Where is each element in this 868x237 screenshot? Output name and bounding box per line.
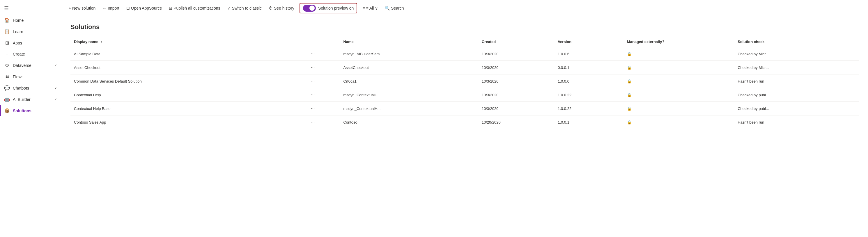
row-0-more-options-button[interactable]: ··· (309, 50, 316, 57)
row-5-solutioncheck: Hasn't been run (734, 115, 859, 129)
search-button[interactable]: 🔍 Search (382, 4, 407, 12)
row-1-more-options-button[interactable]: ··· (309, 64, 316, 71)
row-4-more-options-button[interactable]: ··· (309, 105, 316, 112)
home-icon: 🏠 (4, 18, 10, 23)
table-row[interactable]: Asset Checkout···AssetCheckout10/3/20200… (70, 61, 859, 74)
sidebar-item-learn[interactable]: 📋Learn (0, 26, 61, 37)
sidebar-item-apps[interactable]: ⊞Apps (0, 37, 61, 48)
column-header-created[interactable]: Created (478, 37, 554, 47)
dataverse-chevron-icon: ∨ (55, 63, 57, 67)
table-row[interactable]: Contextual Help Base···msdyn_ContextualH… (70, 102, 859, 115)
row-3-more-options-button[interactable]: ··· (309, 92, 316, 98)
column-header-managed[interactable]: Managed externally? (623, 37, 734, 47)
see-history-button[interactable]: ⏱ See history (266, 4, 297, 12)
filter-all-button[interactable]: ≡ ≡ All ∨ (360, 4, 381, 12)
new-solution-button[interactable]: + New solution (66, 4, 98, 12)
chatbots-chevron-icon: ∨ (55, 86, 57, 90)
row-0-version: 1.0.0.6 (554, 47, 623, 61)
row-2-solutioncheck: Hasn't been run (734, 74, 859, 88)
row-2-more-options-button[interactable]: ··· (309, 78, 316, 84)
open-appsource-button[interactable]: ⊡ Open AppSource (123, 4, 165, 12)
lock-icon: 🔒 (627, 93, 632, 97)
row-2-name: Crf0ca1 (340, 74, 478, 88)
column-header-name[interactable]: Name (340, 37, 478, 47)
page-title: Solutions (70, 23, 859, 31)
solution-preview-toggle[interactable] (303, 5, 316, 12)
sidebar-item-solutions[interactable]: 📦Solutions (0, 105, 61, 116)
row-1-name: AssetCheckout (340, 61, 478, 74)
row-0-solutioncheck: Checked by Micr... (734, 47, 859, 61)
sort-icon: ↑ (100, 40, 102, 44)
row-5-displayname: Contoso Sales App (70, 115, 306, 129)
sidebar-item-dataverse[interactable]: ⚙Dataverse∨ (0, 60, 61, 71)
row-2-managed: 🔒 (623, 74, 734, 88)
sidebar-item-create[interactable]: +Create (0, 48, 61, 60)
row-3-solutioncheck: Checked by publ... (734, 88, 859, 102)
sidebar-item-label-apps: Apps (13, 41, 22, 45)
row-5-more-options-button[interactable]: ··· (309, 119, 316, 125)
sidebar-item-ai-builder[interactable]: 🤖AI Builder∨ (0, 94, 61, 105)
solutions-table: Display name ↑ Name Created Version Mana… (70, 37, 859, 129)
row-4-managed: 🔒 (623, 102, 734, 115)
sidebar-item-chatbots[interactable]: 💬Chatbots∨ (0, 82, 61, 94)
lock-icon: 🔒 (627, 52, 632, 56)
row-3-name: msdyn_ContextualH... (340, 88, 478, 102)
table-row[interactable]: Contextual Help···msdyn_ContextualH...10… (70, 88, 859, 102)
row-3-created: 10/3/2020 (478, 88, 554, 102)
row-2-created: 10/3/2020 (478, 74, 554, 88)
hamburger-menu[interactable]: ☰ (0, 2, 61, 14)
column-header-displayname[interactable]: Display name ↑ (70, 37, 306, 47)
ai-builder-chevron-icon: ∨ (55, 97, 57, 101)
sidebar-item-flows[interactable]: ≋Flows (0, 71, 61, 82)
row-1-displayname: Asset Checkout (70, 61, 306, 74)
row-0-created: 10/3/2020 (478, 47, 554, 61)
row-3-displayname: Contextual Help (70, 88, 306, 102)
lock-icon: 🔒 (627, 120, 632, 125)
lock-icon: 🔒 (627, 65, 632, 70)
row-0-displayname: AI Sample Data (70, 47, 306, 61)
column-header-version[interactable]: Version (554, 37, 623, 47)
sidebar-item-label-dataverse: Dataverse (13, 63, 31, 68)
table-row[interactable]: AI Sample Data···msdyn_AIBuilderSam...10… (70, 47, 859, 61)
row-4-name: msdyn_ContextualH... (340, 102, 478, 115)
publish-all-button[interactable]: ⊟ Publish all customizations (166, 4, 223, 12)
row-4-displayname: Contextual Help Base (70, 102, 306, 115)
dataverse-icon: ⚙ (4, 63, 10, 68)
table-header-row: Display name ↑ Name Created Version Mana… (70, 37, 859, 47)
row-4-version: 1.0.0.22 (554, 102, 623, 115)
row-3-version: 1.0.0.22 (554, 88, 623, 102)
row-3-managed: 🔒 (623, 88, 734, 102)
sidebar-item-label-ai-builder: AI Builder (13, 97, 31, 102)
switch-classic-button[interactable]: ⤢ Switch to classic (224, 4, 265, 12)
filter-chevron-icon: ∨ (375, 6, 378, 10)
lock-icon: 🔒 (627, 106, 632, 111)
sidebar-item-home[interactable]: 🏠Home (0, 14, 61, 26)
row-5-created: 10/20/2020 (478, 115, 554, 129)
sidebar-item-label-solutions: Solutions (13, 108, 31, 113)
filter-label: ≡ All (366, 6, 374, 10)
apps-icon: ⊞ (4, 40, 10, 46)
row-5-version: 1.0.0.1 (554, 115, 623, 129)
sidebar-item-label-home: Home (13, 18, 24, 23)
row-1-solutioncheck: Checked by Micr... (734, 61, 859, 74)
table-row[interactable]: Contoso Sales App···Contoso10/20/20201.0… (70, 115, 859, 129)
sidebar-item-label-create: Create (13, 52, 25, 57)
main-area: + New solution ← Import ⊡ Open AppSource… (61, 0, 868, 237)
content-area: Solutions Display name ↑ Name Created Ve… (61, 16, 868, 237)
solution-preview-toggle-container: Solution preview on (300, 3, 357, 13)
row-2-displayname: Common Data Services Default Solution (70, 74, 306, 88)
row-0-name: msdyn_AIBuilderSam... (340, 47, 478, 61)
row-5-managed: 🔒 (623, 115, 734, 129)
column-header-solutioncheck[interactable]: Solution check (734, 37, 859, 47)
filter-icon: ≡ (362, 6, 365, 10)
sidebar: ☰ 🏠Home📋Learn⊞Apps+Create⚙Dataverse∨≋Flo… (0, 0, 61, 237)
row-0-managed: 🔒 (623, 47, 734, 61)
column-label-displayname: Display name (74, 39, 98, 44)
import-button[interactable]: ← Import (99, 4, 122, 12)
row-5-name: Contoso (340, 115, 478, 129)
table-row[interactable]: Common Data Services Default Solution···… (70, 74, 859, 88)
learn-icon: 📋 (4, 29, 10, 34)
solution-preview-label: Solution preview on (318, 6, 354, 10)
flows-icon: ≋ (4, 74, 10, 79)
toolbar: + New solution ← Import ⊡ Open AppSource… (61, 0, 868, 16)
